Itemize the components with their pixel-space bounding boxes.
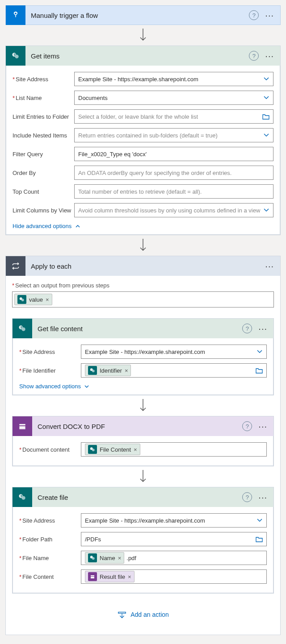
label-site-address: *Site Address (19, 517, 81, 524)
add-action-icon (117, 610, 127, 619)
trigger-header[interactable]: Manually trigger a flow ? ··· (5, 5, 281, 25)
apply-each-container: Apply to each ··· *Select an output from… (5, 256, 281, 635)
label-file-name: *File Name (19, 555, 81, 561)
identifier-token[interactable]: Identifier× (85, 365, 131, 376)
order-by-input[interactable]: An ODATA orderBy query for specifying th… (74, 166, 273, 180)
remove-token-icon[interactable]: × (134, 446, 137, 453)
label-order-by: Order By (13, 170, 74, 176)
apply-each-title: Apply to each (25, 262, 262, 270)
sharepoint-icon: S (13, 487, 32, 507)
svg-text:S: S (21, 326, 23, 329)
label-top-count: Top Count (13, 188, 74, 195)
label-include-nested: Include Nested Items (13, 132, 74, 139)
svg-rect-11 (20, 427, 25, 428)
result-file-token[interactable]: Result file× (85, 571, 135, 582)
label-limit-cols: Limit Columns by View (13, 207, 74, 214)
help-icon[interactable]: ? (242, 492, 252, 502)
arrow-icon (5, 25, 281, 46)
add-action-button[interactable]: Add an action (12, 594, 274, 628)
get-items-card: S Get items ? ··· *Site AddressExample S… (5, 46, 281, 235)
name-token[interactable]: Name× (85, 552, 124, 564)
folder-icon[interactable] (256, 367, 263, 374)
chevron-down-icon (257, 517, 263, 524)
svg-point-10 (92, 370, 95, 372)
sharepoint-icon: S (6, 46, 25, 66)
svg-text:S: S (14, 53, 16, 56)
menu-icon[interactable]: ··· (256, 493, 270, 502)
value-token[interactable]: value× (14, 294, 52, 305)
get-items-header[interactable]: S Get items ? ··· (6, 46, 280, 66)
remove-token-icon[interactable]: × (125, 367, 128, 374)
chevron-down-icon (257, 349, 263, 355)
label-file-identifier: *File Identifier (19, 367, 81, 374)
loop-icon (6, 256, 25, 276)
menu-icon[interactable]: ··· (256, 324, 270, 333)
convert-icon (13, 416, 32, 436)
chevron-down-icon (263, 95, 269, 101)
sharepoint-icon (88, 366, 97, 375)
touch-icon (6, 5, 25, 25)
svg-rect-19 (118, 612, 126, 614)
folder-icon[interactable] (256, 536, 263, 542)
label-file-content: *File Content (19, 573, 81, 580)
get-file-content-card: S Get file content ? ··· *Site AddressEx… (12, 318, 274, 395)
convert-header[interactable]: Convert DOCX to PDF ? ··· (13, 416, 273, 436)
site-address-select[interactable]: Example Site - https://example.sharepoin… (81, 345, 267, 359)
chevron-down-icon (263, 132, 269, 138)
svg-point-18 (92, 557, 95, 560)
list-name-select[interactable]: Documents (74, 91, 273, 105)
limit-folder-input[interactable]: Select a folder, or leave blank for the … (74, 109, 273, 124)
create-file-card: S Create file ? ··· *Site AddressExample… (12, 487, 274, 594)
include-nested-select[interactable]: Return entries contained in sub-folders … (74, 128, 273, 142)
label-filter-query: Filter Query (13, 151, 74, 158)
limit-cols-select[interactable]: Avoid column threshold issues by only us… (74, 203, 273, 217)
chevron-up-icon (75, 224, 80, 229)
menu-icon[interactable]: ··· (256, 422, 270, 431)
file-content-input[interactable]: Result file× (81, 569, 267, 584)
help-icon[interactable]: ? (249, 10, 259, 20)
file-name-input[interactable]: Name×.pdf (81, 551, 267, 565)
select-output-label: *Select an output from previous steps (12, 282, 274, 289)
site-address-select[interactable]: Example Site - https://example.sharepoin… (74, 72, 273, 86)
help-icon[interactable]: ? (249, 51, 259, 61)
label-site-address: *Site Address (13, 76, 74, 83)
sharepoint-icon: S (13, 319, 32, 338)
label-list-name: *List Name (13, 95, 74, 101)
get-file-header[interactable]: S Get file content ? ··· (13, 319, 273, 338)
file-content-token[interactable]: File Content× (85, 444, 140, 455)
filter-query-input[interactable]: File_x0020_Type eq 'docx' (74, 147, 273, 161)
hide-advanced-link[interactable]: Hide advanced options (13, 223, 80, 229)
output-token-field[interactable]: value× (12, 291, 274, 307)
show-advanced-link[interactable]: Show advanced options (19, 383, 89, 390)
get-file-title: Get file content (32, 325, 242, 332)
svg-point-5 (21, 299, 24, 301)
remove-token-icon[interactable]: × (118, 555, 122, 561)
file-id-input[interactable]: Identifier× (81, 363, 267, 378)
convert-icon (88, 572, 97, 581)
menu-icon[interactable]: ··· (262, 262, 277, 270)
arrow-icon (12, 395, 274, 416)
top-count-input[interactable]: Total number of entries to retrieve (def… (74, 184, 273, 199)
label-doc-content: *Document content (19, 446, 81, 453)
menu-icon[interactable]: ··· (262, 11, 277, 20)
label-folder-path: *Folder Path (19, 536, 81, 543)
remove-token-icon[interactable]: × (128, 573, 131, 580)
folder-path-input[interactable]: /PDFs (81, 532, 267, 546)
help-icon[interactable]: ? (242, 421, 252, 431)
folder-icon[interactable] (262, 113, 269, 120)
help-icon[interactable]: ? (242, 324, 252, 333)
svg-text:S: S (21, 494, 23, 498)
create-file-title: Create file (32, 494, 242, 501)
menu-icon[interactable]: ··· (262, 51, 277, 60)
sharepoint-icon (17, 295, 26, 304)
remove-token-icon[interactable]: × (46, 296, 49, 303)
chevron-down-icon (263, 76, 269, 82)
apply-each-header[interactable]: Apply to each ··· (6, 256, 280, 276)
doc-content-input[interactable]: File Content× (81, 442, 267, 457)
create-file-header[interactable]: S Create file ? ··· (13, 487, 273, 507)
site-address-select[interactable]: Example Site - https://example.sharepoin… (81, 513, 267, 528)
sharepoint-icon (88, 445, 97, 454)
svg-point-13 (92, 449, 95, 451)
chevron-down-icon (263, 207, 269, 213)
svg-point-0 (14, 12, 17, 15)
